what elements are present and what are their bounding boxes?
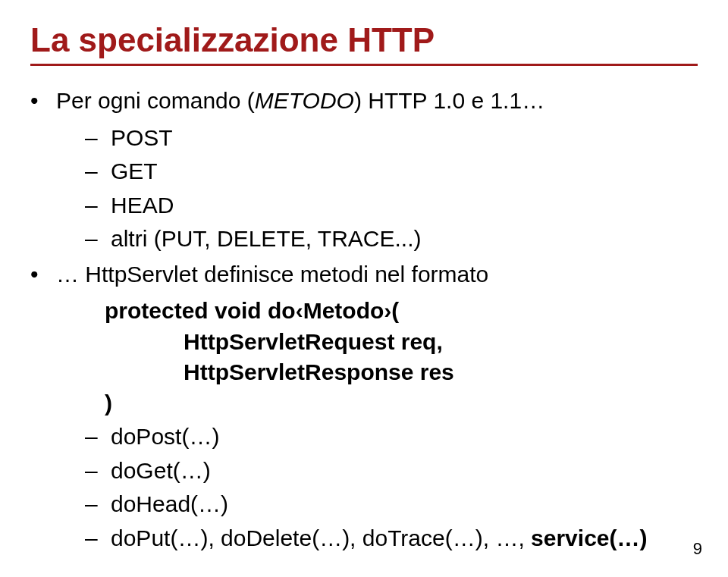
slide: La specializzazione HTTP Per ogni comand…	[0, 0, 728, 577]
dash-icon: –	[85, 456, 111, 487]
impl-label: doPost(…)	[111, 422, 219, 453]
impl-last-bold: service(…)	[531, 525, 647, 550]
bullet-1-text: Per ogni comando (METODO) HTTP 1.0 e 1.1…	[56, 86, 544, 117]
slide-title: La specializzazione HTTP	[30, 21, 698, 59]
code-line: )	[105, 388, 698, 419]
list-item: – doPost(…)	[85, 422, 698, 453]
dash-icon: –	[85, 422, 111, 453]
impl-list: – doPost(…) – doGet(…) – doHead(…) – doP…	[85, 422, 698, 553]
impl-label: doGet(…)	[111, 456, 211, 487]
code-line: HttpServletRequest req,	[184, 327, 698, 358]
bullet-1-post: ) HTTP 1.0 e 1.1…	[354, 88, 544, 113]
code-line: protected void do‹Metodo›(	[105, 296, 698, 327]
impl-last-pre: doPut(…), doDelete(…), doTrace(…), …,	[111, 525, 531, 550]
list-item: – doPut(…), doDelete(…), doTrace(…), …, …	[85, 523, 698, 554]
list-item: – GET	[85, 156, 698, 187]
bullet-dot-icon	[30, 259, 56, 290]
list-item: – altri (PUT, DELETE, TRACE...)	[85, 224, 698, 255]
bullet-2-text: … HttpServlet definisce metodi nel forma…	[56, 259, 488, 290]
method-label: POST	[111, 123, 173, 154]
methods-list: – POST – GET – HEAD – altri (PUT, DELETE…	[85, 123, 698, 255]
method-label: HEAD	[111, 190, 174, 221]
bullet-1: Per ogni comando (METODO) HTTP 1.0 e 1.1…	[30, 86, 698, 117]
dash-icon: –	[85, 190, 111, 221]
list-item: – HEAD	[85, 190, 698, 221]
dash-icon: –	[85, 224, 111, 255]
dash-icon: –	[85, 156, 111, 187]
method-label: altri (PUT, DELETE, TRACE...)	[111, 224, 422, 255]
title-underline	[30, 64, 698, 66]
code-block: protected void do‹Metodo›( HttpServletRe…	[56, 296, 698, 419]
bullet-2: … HttpServlet definisce metodi nel forma…	[30, 259, 698, 290]
code-line: HttpServletResponse res	[184, 357, 698, 388]
bullet-1-pre: Per ogni comando (	[56, 88, 255, 113]
method-label: GET	[111, 156, 158, 187]
bullet-dot-icon	[30, 86, 56, 117]
bullet-1-em: METODO	[255, 88, 354, 113]
impl-label: doHead(…)	[111, 489, 228, 520]
list-item: – doGet(…)	[85, 456, 698, 487]
dash-icon: –	[85, 123, 111, 154]
slide-content: Per ogni comando (METODO) HTTP 1.0 e 1.1…	[30, 86, 698, 553]
list-item: – POST	[85, 123, 698, 154]
dash-icon: –	[85, 523, 111, 554]
dash-icon: –	[85, 489, 111, 520]
page-number: 9	[693, 539, 702, 559]
impl-last: doPut(…), doDelete(…), doTrace(…), …, se…	[111, 523, 647, 554]
list-item: – doHead(…)	[85, 489, 698, 520]
